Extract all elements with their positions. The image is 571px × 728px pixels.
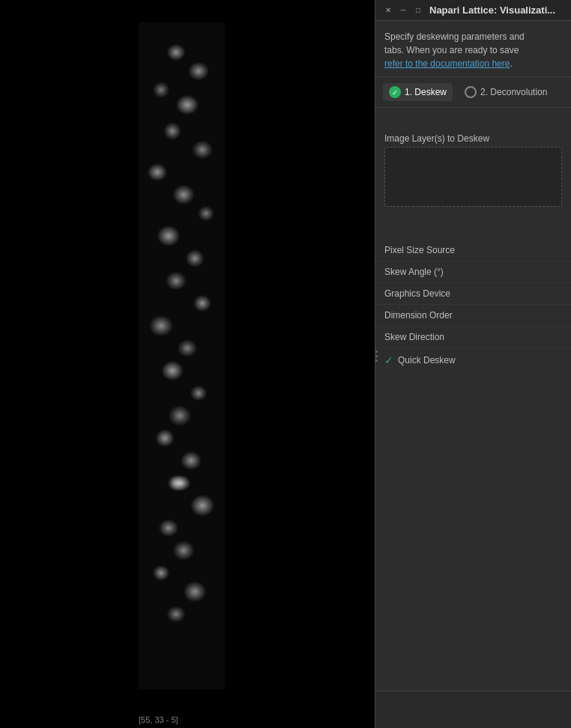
title-bar-controls: ✕ ─ □ (383, 5, 423, 16)
tab-deconvolution-label: 2. Deconvolution (480, 87, 547, 97)
skew-angle-row: Skew Angle (°) (375, 261, 571, 283)
dimension-order-row: Dimension Order (375, 305, 571, 327)
image-panel: [55, 33 - 5] (0, 0, 375, 728)
pixel-size-source-label: Pixel Size Source (384, 245, 562, 255)
pixel-size-source-row: Pixel Size Source (375, 240, 571, 261)
documentation-link[interactable]: refer to the documentation here (384, 58, 510, 69)
skew-direction-row: Skew Direction (375, 327, 571, 348)
spacer-mid (375, 219, 571, 234)
microscope-image (139, 22, 225, 689)
bottom-extra-area (375, 691, 571, 728)
image-layers-section: Image Layer(s) to Deskew (375, 129, 571, 219)
drag-dot-3 (375, 360, 378, 362)
quick-deskew-row[interactable]: ✓ Quick Deskew (375, 348, 571, 372)
tab-deconvolution[interactable]: 2. Deconvolution (459, 83, 553, 101)
params-area: Image Layer(s) to Deskew Pixel Size Sour… (375, 108, 571, 691)
drag-dot-2 (375, 355, 378, 357)
dimension-order-label: Dimension Order (384, 310, 562, 321)
panel-resize-handle[interactable] (374, 345, 378, 367)
image-layers-label: Image Layer(s) to Deskew (384, 133, 562, 144)
layer-drop-area[interactable] (384, 147, 562, 207)
link-suffix: . (510, 58, 512, 69)
minimize-icon[interactable]: ─ (398, 5, 408, 16)
tab-deskew[interactable]: ✓ 1. Deskew (383, 83, 453, 101)
parameters-section: Pixel Size Source Skew Angle (°) Graphic… (375, 240, 571, 372)
close-icon[interactable]: ✕ (383, 5, 393, 16)
deskew-tab-check-icon: ✓ (389, 86, 401, 98)
description-text-line1: Specify deskewing parameters and (384, 31, 525, 42)
quick-deskew-checkbox-icon[interactable]: ✓ (384, 354, 393, 366)
description-area: Specify deskewing parameters and tabs. W… (375, 21, 571, 77)
window-title: Napari Lattice: Visualizati... (429, 4, 555, 16)
image-coordinates-label: [55, 33 - 5] (139, 715, 178, 724)
title-bar: ✕ ─ □ Napari Lattice: Visualizati... (375, 0, 571, 21)
tab-deskew-label: 1. Deskew (405, 87, 447, 97)
quick-deskew-label: Quick Deskew (398, 355, 456, 365)
spacer-top (375, 114, 571, 129)
restore-icon[interactable]: □ (413, 5, 423, 16)
graphics-device-label: Graphics Device (384, 288, 562, 299)
skew-angle-label: Skew Angle (°) (384, 267, 562, 277)
skew-direction-label: Skew Direction (384, 332, 562, 342)
drag-dot-1 (375, 351, 378, 353)
deconvolution-tab-circle-icon (465, 86, 477, 98)
tabs-row: ✓ 1. Deskew 2. Deconvolution (375, 77, 571, 108)
settings-panel: ✕ ─ □ Napari Lattice: Visualizati... Spe… (375, 0, 571, 728)
graphics-device-row: Graphics Device (375, 283, 571, 305)
description-text-line2: tabs. When you are ready to save (384, 45, 519, 55)
